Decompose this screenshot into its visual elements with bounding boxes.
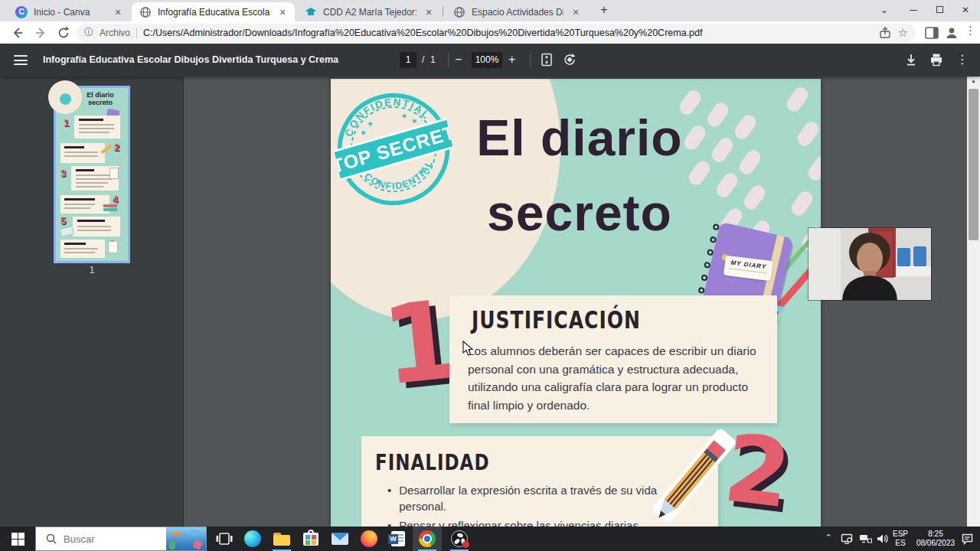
svg-text:★: ★ [366,119,374,129]
thumb-number: 4 [113,194,118,205]
section-number: 2 [719,413,797,527]
side-panel-icon[interactable] [923,24,940,41]
zoom-in-icon[interactable]: + [508,53,515,67]
back-icon[interactable] [9,24,26,41]
tab-title: Espacio Actividades Diario.pdf [472,7,564,18]
forward-icon[interactable] [32,24,49,41]
pdf-document-title: Infografía Educativa Escolar Dibujos Div… [43,54,338,65]
canva-icon: C [15,6,28,18]
obs-icon [451,530,468,547]
svg-text:★: ★ [400,111,408,121]
share-icon[interactable] [878,26,892,40]
print-icon[interactable] [929,52,944,67]
zoom-out-icon[interactable]: − [455,53,462,67]
desktop-screen: C Inicio - Canva ✕ Infografía Educativa … [0,0,980,551]
action-center-icon[interactable] [961,533,974,545]
pdf-more-menu-icon[interactable]: ⋮ [956,52,969,67]
windows-logo-icon [11,533,24,546]
tab-title: CDD A2 María Tejedor: Repaso N [323,7,416,18]
page-thumbnail[interactable]: El diario secreto 1 2 3 4 5 6 [54,86,130,263]
url-divider [136,28,137,38]
profile-avatar-icon[interactable] [943,24,960,41]
scroll-up-icon[interactable]: ▲ [967,78,980,83]
taskbar-obs[interactable] [445,527,474,551]
thumbnail-panel: El diario secreto 1 2 3 4 5 6 [0,77,184,527]
window-close-button[interactable]: ✕ [954,0,977,20]
taskbar-chrome[interactable] [413,527,442,551]
thumb-number: 1 [64,117,69,129]
window-minimize-button[interactable] [902,0,925,20]
tab-close-icon[interactable]: ✕ [570,6,582,18]
tab-infografia-pdf[interactable]: Infografía Educativa Escolar Dibu ✕ [132,2,295,21]
bookmark-star-icon[interactable]: ☆ [898,26,908,40]
webcam-overlay [808,228,931,300]
pdf-menu-icon[interactable] [14,55,28,65]
svg-text:★: ★ [374,176,383,186]
remote-desktop-icon[interactable] [841,533,853,545]
thumb-books [103,208,117,211]
language-indicator[interactable]: ESP ES [890,530,910,548]
toolbar-divider [448,54,449,67]
thumbnail-page-label: 1 [54,265,130,276]
thumb-title: El diario secreto [74,91,126,106]
page-total: 1 [430,54,436,65]
thumb-stamp [60,93,71,105]
edge-icon [244,530,261,547]
start-button[interactable] [0,527,35,551]
title-line-2: secreto [426,175,733,250]
search-highlight-image[interactable] [166,527,206,550]
fit-page-icon[interactable] [539,52,554,67]
thumb-books [103,204,117,207]
tab-search-chevron-icon[interactable]: ⌄ [873,0,896,20]
lang-code-short: ES [890,539,910,548]
pdf-toolbar: Infografía Educativa Escolar Dibujos Div… [0,44,980,77]
task-view-icon[interactable] [215,530,234,548]
window-maximize-button[interactable] [928,0,951,20]
volume-icon[interactable] [877,533,890,545]
tab-cdd-maria[interactable]: CDD A2 María Tejedor: Repaso N ✕ [297,2,441,21]
scrollbar-thumb[interactable] [969,89,978,240]
taskbar-file-explorer[interactable] [267,527,296,551]
tray-chevron-icon[interactable]: ⌃ [822,533,835,543]
mouse-cursor [462,341,474,357]
tray-date: 08/06/2023 [913,539,959,548]
taskbar-firefox[interactable] [354,527,384,551]
tab-espacio-pdf[interactable]: Espacio Actividades Diario.pdf ✕ [446,2,588,21]
taskbar-mail[interactable] [325,527,354,551]
lang-code: ESP [890,530,910,539]
tab-close-icon[interactable]: ✕ [423,6,435,18]
network-icon[interactable] [859,533,872,545]
browser-tab-strip: C Inicio - Canva ✕ Infografía Educativa … [0,0,980,21]
taskbar-edge[interactable] [238,527,267,551]
course-icon [305,6,317,18]
infographic-title: El diario secreto [426,100,733,250]
firefox-icon [361,530,377,547]
download-icon[interactable] [903,52,919,67]
toolbar-divider [530,54,531,67]
tab-divider [443,6,443,17]
browser-address-bar: ⓘ Archivo C:/Users/Administrador/Downloa… [0,21,980,44]
page-number-input[interactable]: 1 [400,52,416,68]
taskbar-word[interactable]: W [384,527,413,551]
tab-close-icon[interactable]: ✕ [276,6,289,18]
reload-icon[interactable] [55,24,72,41]
thumb-clipboard [109,168,119,179]
clock[interactable]: 8:25 08/06/2023 [913,530,959,548]
zoom-level[interactable]: 100% [472,52,502,68]
thumb-number: 5 [60,215,66,227]
tab-canva[interactable]: C Inicio - Canva ✕ [8,2,130,21]
url-bar[interactable]: ⓘ Archivo C:/Users/Administrador/Downloa… [77,24,916,41]
page-info-icon[interactable]: ⓘ [84,26,93,39]
tray-time: 8:25 [913,530,959,539]
word-icon: W [391,531,405,546]
browser-menu-icon[interactable]: ⋮ [965,24,976,37]
tab-close-icon[interactable]: ✕ [112,6,124,18]
rotate-icon[interactable] [562,52,577,67]
search-input[interactable] [64,533,155,545]
taskbar-search-box[interactable] [35,527,207,551]
thumb-number: 2 [114,142,119,153]
new-tab-button[interactable]: + [594,0,614,20]
pdf-scrollbar[interactable]: ▲ [967,77,980,527]
taskbar-store[interactable] [296,527,325,551]
store-icon [303,533,318,546]
